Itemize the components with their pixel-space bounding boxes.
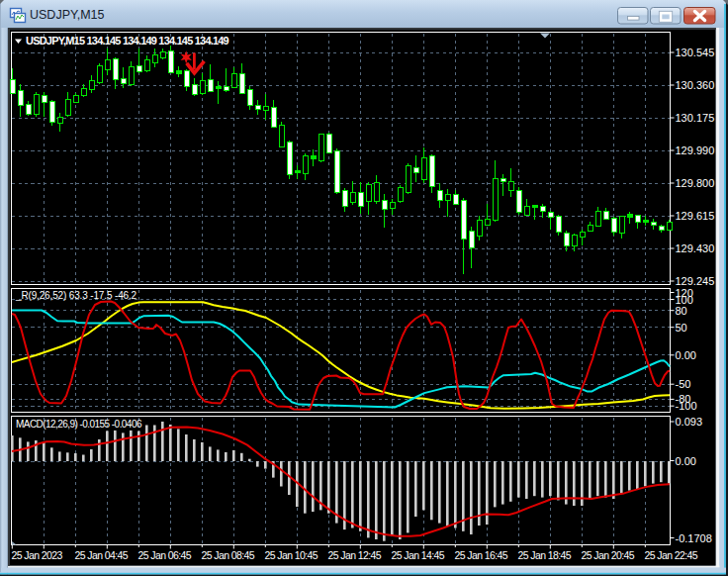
svg-text:-0.1708: -0.1708 xyxy=(676,532,712,544)
svg-text:25 Jan 12:45: 25 Jan 12:45 xyxy=(328,549,382,561)
svg-text:0.00: 0.00 xyxy=(676,455,696,467)
svg-text:25 Jan 20:45: 25 Jan 20:45 xyxy=(582,549,635,561)
svg-text:25 Jan 2023: 25 Jan 2023 xyxy=(12,549,63,561)
svg-text:25 Jan 04:45: 25 Jan 04:45 xyxy=(75,549,129,561)
svg-text:80: 80 xyxy=(676,305,687,317)
svg-text:129.990: 129.990 xyxy=(676,144,715,156)
svg-text:USDJPY,M15 134.145 134.149 13: USDJPY,M15 134.145 134.149 134.145 134.1… xyxy=(26,35,229,47)
svg-text:50: 50 xyxy=(676,322,687,334)
svg-text:129.800: 129.800 xyxy=(676,177,715,189)
svg-text:USDJPY,M15: USDJPY,M15 xyxy=(30,8,105,22)
svg-text:_R(9,26,52) 63.3 -17.5 -46.2: _R(9,26,52) 63.3 -17.5 -46.2 xyxy=(15,290,137,301)
svg-text:130.545: 130.545 xyxy=(676,47,715,58)
svg-text:129.430: 129.430 xyxy=(676,242,715,254)
svg-text:25 Jan 14:45: 25 Jan 14:45 xyxy=(392,549,445,561)
svg-text:MACD(12,26,9) -0.0155 -0.0406: MACD(12,26,9) -0.0155 -0.0406 xyxy=(16,419,142,430)
svg-text:-100: -100 xyxy=(676,400,697,412)
svg-text:130.175: 130.175 xyxy=(676,112,715,124)
svg-text:25 Jan 10:45: 25 Jan 10:45 xyxy=(265,549,318,561)
svg-text:0.093: 0.093 xyxy=(676,416,703,428)
svg-text:25 Jan 22:45: 25 Jan 22:45 xyxy=(645,549,698,561)
svg-text:0.00: 0.00 xyxy=(676,349,696,361)
svg-text:25 Jan 06:45: 25 Jan 06:45 xyxy=(138,549,192,561)
svg-text:130.360: 130.360 xyxy=(676,79,715,91)
svg-text:129.245: 129.245 xyxy=(676,275,715,287)
svg-text:100: 100 xyxy=(676,294,693,306)
svg-text:25 Jan 18:45: 25 Jan 18:45 xyxy=(518,549,572,561)
svg-text:25 Jan 08:45: 25 Jan 08:45 xyxy=(202,549,255,561)
svg-text:-50: -50 xyxy=(676,378,691,390)
svg-text:129.615: 129.615 xyxy=(676,210,715,222)
svg-text:25 Jan 16:45: 25 Jan 16:45 xyxy=(455,549,508,561)
